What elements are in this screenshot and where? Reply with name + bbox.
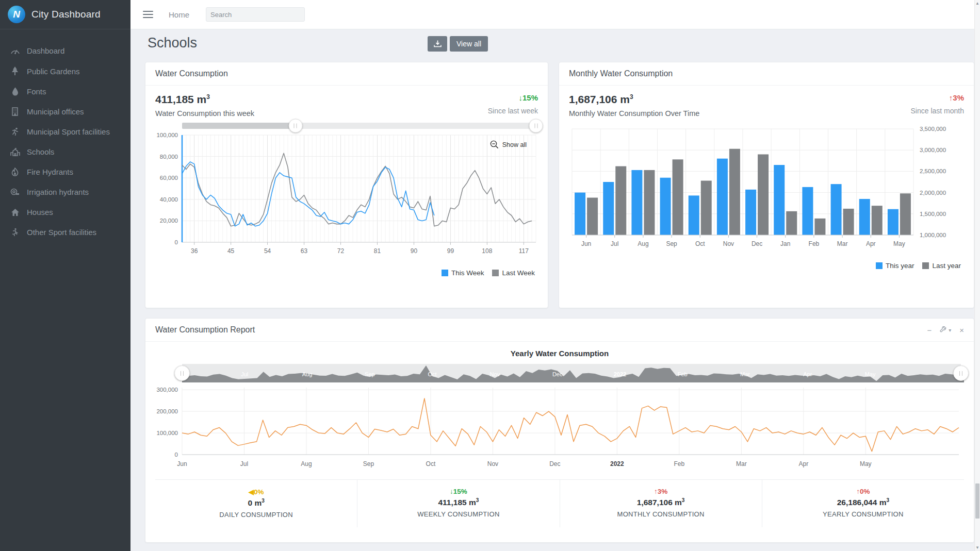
svg-text:May: May xyxy=(860,460,872,467)
legend-swatch xyxy=(492,270,499,276)
svg-text:Nov: Nov xyxy=(490,371,500,377)
page-scrollbar[interactable]: ▲ ▼ xyxy=(974,0,980,551)
svg-text:Jun: Jun xyxy=(177,460,187,467)
building-icon xyxy=(8,107,22,116)
sidebar-item-houses[interactable]: Houses xyxy=(0,202,130,222)
chart-range-scrollbar[interactable] xyxy=(182,123,536,129)
svg-text:20,000: 20,000 xyxy=(160,218,178,224)
search-input[interactable] xyxy=(210,11,301,19)
sidebar-item-schools[interactable]: Schools xyxy=(0,142,130,162)
legend-last-week[interactable]: Last Week xyxy=(492,269,535,277)
svg-text:Jun: Jun xyxy=(581,240,591,247)
delta-arrow-icon: ↑ xyxy=(856,488,860,495)
scroll-up-icon[interactable]: ▲ xyxy=(975,1,980,6)
legend-last-year[interactable]: Last year xyxy=(922,262,961,270)
show-all-button[interactable]: Show all xyxy=(490,140,527,149)
stat-value: 1,687,106 m3 xyxy=(560,497,762,507)
svg-text:Dec: Dec xyxy=(752,240,762,247)
monthly-delta-note: Since last month xyxy=(911,107,965,115)
caret-down-icon: ▾ xyxy=(949,327,951,333)
download-button[interactable] xyxy=(428,36,447,52)
svg-text:100,000: 100,000 xyxy=(156,132,178,138)
stat-label: MONTHLY CONSUMPTION xyxy=(560,510,762,518)
runner-icon xyxy=(8,127,22,136)
weekly-delta-note: Since last week xyxy=(488,107,538,115)
sidebar-item-dashboard[interactable]: Dashboard xyxy=(0,41,130,61)
legend-swatch xyxy=(442,270,448,276)
weekly-chart-plot: 020,00040,00060,00080,000100,00036455463… xyxy=(155,130,539,265)
svg-text:1,000,000: 1,000,000 xyxy=(920,232,946,238)
sidebar-menu: DashboardPublic GardensFontsMunicipal of… xyxy=(0,29,130,242)
svg-text:Dec: Dec xyxy=(549,460,560,467)
svg-text:108: 108 xyxy=(482,247,492,255)
svg-text:Jul: Jul xyxy=(611,240,618,247)
droplet-icon xyxy=(8,87,22,96)
svg-text:Oct: Oct xyxy=(426,460,436,467)
navigator-handle-left[interactable] xyxy=(174,365,190,381)
svg-text:2,500,000: 2,500,000 xyxy=(920,168,946,174)
svg-text:2022: 2022 xyxy=(610,460,624,467)
zoom-out-icon xyxy=(490,140,499,149)
sidebar-item-fonts[interactable]: Fonts xyxy=(0,81,130,102)
sidebar-item-fire-hydrants[interactable]: Fire Hydrants xyxy=(0,162,130,182)
stat-value: 411,185 m3 xyxy=(357,497,559,507)
collapse-icon[interactable]: − xyxy=(927,326,932,335)
sidebar-item-other-sport-facilities[interactable]: Other Sport facilities xyxy=(0,222,130,242)
svg-text:Feb: Feb xyxy=(674,460,684,467)
svg-text:Apr: Apr xyxy=(803,371,812,377)
svg-text:Jul: Jul xyxy=(240,460,248,467)
close-icon[interactable]: × xyxy=(959,326,964,335)
monthly-chart-plot: 1,000,0001,500,0002,000,0002,500,0003,00… xyxy=(569,123,965,258)
range-handle-right[interactable] xyxy=(529,119,543,133)
navigator-handle-right[interactable] xyxy=(953,365,969,381)
sidebar-item-public-gardens[interactable]: Public Gardens xyxy=(0,61,130,81)
stat-value: 26,186,044 m3 xyxy=(762,497,964,507)
svg-text:Jan: Jan xyxy=(780,240,790,247)
hamburger-icon[interactable] xyxy=(143,9,153,20)
monthly-bar-chart: 1,000,0001,500,0002,000,0002,500,0003,00… xyxy=(569,123,964,270)
scrollbar-thumb[interactable] xyxy=(975,483,979,519)
page-title: Schools xyxy=(148,35,197,51)
stat-label: DAILY CONSUMPTION xyxy=(155,511,357,519)
legend-this-week[interactable]: This Week xyxy=(442,269,484,277)
sidebar-item-label: Fire Hydrants xyxy=(27,168,73,176)
svg-text:63: 63 xyxy=(301,247,308,255)
sidebar-item-municipal-offices[interactable]: Municipal offices xyxy=(0,102,130,122)
svg-text:300,000: 300,000 xyxy=(156,387,178,393)
monthly-consumption-card: Monthly Water Consumption 1,687,106 m3 M… xyxy=(559,62,974,308)
svg-text:72: 72 xyxy=(337,247,345,255)
wrench-icon xyxy=(940,326,947,333)
scroll-down-icon[interactable]: ▼ xyxy=(975,545,980,550)
search-box[interactable] xyxy=(206,7,305,22)
school-icon xyxy=(8,148,22,156)
monthly-subtitle: Monthly Water Consumption Over Time xyxy=(569,109,699,118)
legend-this-year[interactable]: This year xyxy=(876,262,914,270)
weekly-consumption-card: Water Consumption 411,185 m3 Water Consu… xyxy=(145,62,548,308)
monthly-delta: ↑3% xyxy=(911,93,965,102)
svg-text:Sep: Sep xyxy=(666,240,677,247)
stat-label: YEARLY CONSUMPTION xyxy=(762,510,964,518)
weekly-subtitle: Water Consumption this week xyxy=(155,109,254,118)
view-all-button[interactable]: View all xyxy=(450,36,488,52)
settings-wrench-icon[interactable]: ▾ xyxy=(940,326,951,333)
svg-text:90: 90 xyxy=(411,247,418,255)
svg-text:Mar: Mar xyxy=(736,460,747,467)
sidebar-item-municipal-sport-facilities[interactable]: Municipal Sport facilities xyxy=(0,122,130,142)
fire-icon xyxy=(8,168,22,176)
stat-label: WEEKLY CONSUMPTION xyxy=(357,510,559,518)
svg-text:Sep: Sep xyxy=(365,371,375,377)
sidebar-item-irrigation-hydrants[interactable]: Irrigation hydrants xyxy=(0,182,130,202)
svg-text:Feb: Feb xyxy=(809,240,820,247)
nav-home-link[interactable]: Home xyxy=(169,10,189,19)
weekly-line-chart: Show all 020,00040,00060,00080,000100,00… xyxy=(155,123,538,277)
svg-text:81: 81 xyxy=(374,247,381,255)
sidebar-item-label: Municipal offices xyxy=(27,107,84,116)
report-navigator[interactable]: JulAugSepOctNovDec2022FebMarAprMay xyxy=(182,364,961,382)
sidebar-item-label: Public Gardens xyxy=(27,67,80,76)
svg-text:Aug: Aug xyxy=(638,240,648,247)
delta-arrow-icon: ↓ xyxy=(450,488,453,495)
brand[interactable]: N City Dashboard xyxy=(0,0,130,29)
range-handle-left[interactable] xyxy=(288,119,302,133)
svg-text:100,000: 100,000 xyxy=(156,430,178,436)
sidebar-item-label: Municipal Sport facilities xyxy=(27,127,110,136)
